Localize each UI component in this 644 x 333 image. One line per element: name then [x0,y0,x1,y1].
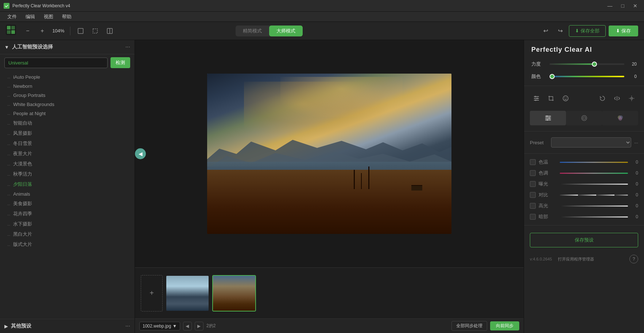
nav-arrow-left[interactable]: ◀ [135,148,146,159]
adjustment-icon-btn[interactable] [530,92,543,105]
crop-tool-btn[interactable] [544,92,558,105]
preset-right-more-icon[interactable]: ··· [634,140,638,145]
preset-right-dropdown[interactable] [551,137,631,148]
contrast-checkbox[interactable] [530,192,536,198]
minimize-button[interactable]: — [605,0,616,12]
preset-item-bw[interactable]: 黑白大片 [0,229,135,239]
save-preset-button[interactable]: 保存预设 [530,233,638,247]
preset-item-desert[interactable]: 大漠景色 [0,159,135,169]
preset-item-flowers[interactable]: 花卉四季 [0,209,135,219]
maximize-button[interactable]: □ [618,0,627,12]
color-temp-value: 0 [631,160,638,165]
face-tool-btn[interactable] [559,92,572,105]
file-dropdown-icon: ▼ [172,324,177,329]
preset-item-landscape[interactable]: 风景摄影 [0,128,135,138]
forward-sync-button[interactable]: 向前同步 [490,321,519,330]
panel-collapse-icon[interactable]: ▼ [4,44,9,50]
exposure-checkbox[interactable] [530,181,536,187]
color-slider[interactable] [550,76,624,77]
other-presets-title: 其他预设 [11,323,125,329]
app-manager-link[interactable]: 打开应用程序管理器 [558,256,594,262]
other-presets-more-icon[interactable]: ··· [125,323,130,329]
preset-item-autumn[interactable]: 秋季活力 [0,169,135,179]
zoom-out-button[interactable]: − [22,25,34,37]
divider-3 [524,153,644,154]
simple-mode-button[interactable]: 精简模式 [236,26,269,36]
window-controls: — □ ✕ [605,0,640,12]
rotate-icon-btn[interactable] [596,92,609,105]
preset-item-sunset[interactable]: 夕阳日落 [0,179,135,189]
icon-toolbar [524,89,644,108]
preset-item-group-portraits[interactable]: Group Portraits [0,91,135,100]
contrast-value: 0 [631,192,638,197]
intensity-control: 力度 20 [524,58,644,70]
adjustments-tab[interactable] [530,111,566,125]
prev-image-button[interactable]: ◀ [183,322,192,330]
zoom-in-button[interactable]: + [36,25,48,37]
menu-help[interactable]: 帮助 [58,12,76,22]
preset-item-food[interactable]: 美食摄影 [0,199,135,209]
effects-tab[interactable] [566,111,602,125]
preset-item-iauto-people[interactable]: iAuto People [0,73,135,82]
save-button[interactable]: ⬇保存 [609,26,638,36]
tint-label: 色调 [539,170,557,176]
filmstrip-item-2[interactable] [212,275,256,312]
split-view-button[interactable] [104,25,116,37]
file-selector[interactable]: 1002.webp.jpg ▼ [139,322,180,330]
menu-file[interactable]: 文件 [3,12,21,22]
panel-more-icon[interactable]: ··· [125,44,130,50]
shadows-slider[interactable] [560,216,628,218]
detect-button[interactable]: 检测 [110,57,130,68]
preset-item-underwater[interactable]: 水下摄影 [0,219,135,229]
preset-item-white-backgrounds[interactable]: White Backgrounds [0,100,135,109]
menu-edit[interactable]: 编辑 [21,12,39,22]
shadows-label: 暗部 [539,213,557,220]
intensity-thumb[interactable] [592,62,597,67]
preset-dropdown[interactable]: Universal [4,58,108,68]
version-row: v:4.6.0.2645 打开应用程序管理器 ? [524,252,644,266]
fit-window-button[interactable] [75,25,86,37]
filmstrip-item-1[interactable] [166,275,209,312]
tint-slider[interactable] [560,173,628,174]
svg-point-13 [535,96,536,97]
crop-button[interactable] [89,25,101,37]
contrast-slider[interactable] [560,195,628,196]
preset-item-newborn[interactable]: Newborn [0,82,135,91]
intensity-slider[interactable] [550,63,624,65]
redo-button[interactable]: ↪ [554,25,566,37]
preset-item-smart-auto[interactable]: 智能自动 [0,118,135,128]
preset-item-winter[interactable]: 冬日雪景 [0,138,135,149]
app-icon [4,3,9,9]
tint-checkbox[interactable] [530,170,536,176]
shadows-checkbox[interactable] [530,214,536,220]
exposure-slider[interactable] [560,184,628,185]
filmstrip-add-button[interactable]: + [141,275,163,312]
highlights-checkbox[interactable] [530,203,536,209]
close-button[interactable]: ✕ [630,0,640,12]
other-presets-header: ▶ 其他预设 ··· [0,319,135,333]
preset-item-people-at-night[interactable]: People at Night [0,109,135,118]
preset-item-animals[interactable]: Animals [0,189,135,199]
master-mode-button[interactable]: 大师模式 [269,26,303,36]
panel-title: 人工智能预设选择 [12,44,125,50]
flip-icon-btn[interactable] [610,92,624,105]
undo-button[interactable]: ↩ [540,25,551,37]
tint-row: 色调 0 [524,168,644,179]
color-tab[interactable] [602,111,638,125]
right-sidebar: Perfectly Clear AI 力度 20 颜色 0 [524,40,644,333]
menu-view[interactable]: 视图 [39,12,58,22]
next-image-button[interactable]: ▶ [195,322,203,330]
highlights-slider[interactable] [560,205,628,207]
other-presets-collapse-icon[interactable]: ▶ [4,324,8,329]
color-temp-checkbox[interactable] [530,159,536,165]
preset-item-night[interactable]: 夜景大片 [0,149,135,159]
color-temp-slider[interactable] [560,162,628,163]
svg-point-16 [563,96,568,101]
color-thumb[interactable] [550,74,555,79]
sync-all-button[interactable]: 全部同步处理 [451,321,487,331]
save-all-button[interactable]: ⬇保存全部 [569,25,606,37]
settings-icon-btn[interactable] [625,92,638,105]
preset-item-fashion[interactable]: 版式大片 [0,239,135,250]
help-button[interactable]: ? [629,255,638,263]
menubar: 文件 编辑 视图 帮助 [0,12,644,22]
